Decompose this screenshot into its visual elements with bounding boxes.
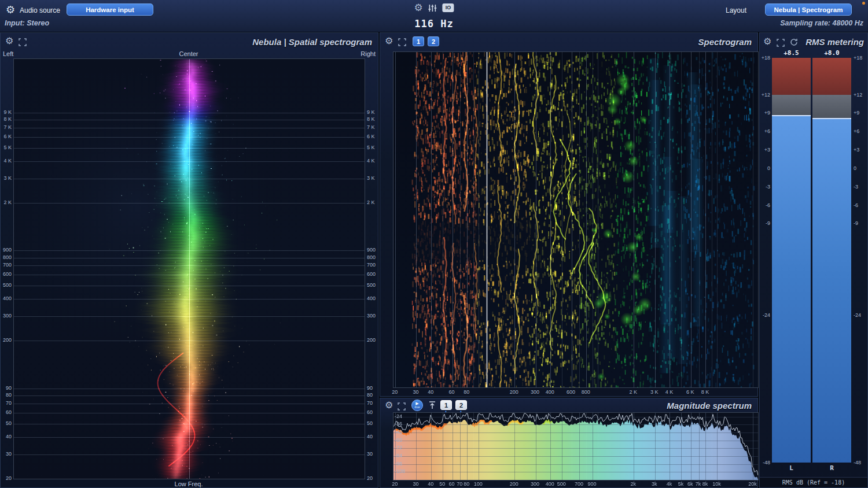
layer-2-button[interactable]: 2 xyxy=(428,36,439,46)
tick-label: 40 xyxy=(428,390,433,395)
tick-label: 200 xyxy=(510,482,518,487)
tick-label: 7k xyxy=(696,482,701,487)
tick-label: 5 K xyxy=(3,145,12,150)
center-toolbar: ⚙ IO xyxy=(414,3,454,13)
magnitude-settings-gear-icon[interactable]: ⚙ xyxy=(385,401,393,410)
tick-label: 600 xyxy=(567,390,575,395)
tick-label: -6 xyxy=(854,203,858,208)
fullscreen-icon[interactable] xyxy=(19,38,27,46)
tick-label: 20 xyxy=(392,482,398,487)
pan-label-center: Center xyxy=(179,50,198,57)
tick-label: 4k xyxy=(667,482,672,487)
rms-scale-left: +18+12+9+6+30-3-6-9-24-48 xyxy=(760,58,771,463)
tick-label: 7 K xyxy=(3,125,12,130)
reset-refresh-icon[interactable] xyxy=(790,38,798,46)
top-bar: ⚙ Audio source Hardware input Input: Ste… xyxy=(0,0,868,32)
tick-label: 20 xyxy=(392,390,398,395)
rms-metering-panel: ⚙ RMS metering +8.5 +8.0 +18+12+9+6+30-3… xyxy=(759,32,868,488)
spectrogram-canvas[interactable] xyxy=(393,52,758,387)
spatial-spectrogram-canvas[interactable] xyxy=(14,59,365,479)
tick-label: 400 xyxy=(367,296,376,301)
tick-label: 30 xyxy=(367,452,373,457)
spectrogram-freq-scale: 20304060802003004006008002 K3 K4 K6 K8 K xyxy=(393,389,757,396)
tick-label: +3 xyxy=(764,147,770,153)
tick-label: 400 xyxy=(546,390,554,395)
tick-label: 60 xyxy=(449,482,455,487)
tick-label: 6k xyxy=(687,482,693,487)
tick-label: -48 xyxy=(854,460,861,465)
tick-label: 0 xyxy=(767,166,770,171)
meter-red-zone xyxy=(812,58,851,95)
tick-label: -84 xyxy=(395,453,402,459)
tick-label: -3 xyxy=(766,184,770,190)
pan-label-left: Left xyxy=(3,50,13,57)
tick-label: -96 xyxy=(395,461,402,467)
tick-label: 600 xyxy=(367,272,376,277)
spectrogram-settings-gear-icon[interactable]: ⚙ xyxy=(385,36,393,46)
tick-label: 2 K xyxy=(367,200,375,205)
tick-label: 300 xyxy=(531,482,539,487)
analyzer-settings-gear-icon[interactable]: ⚙ xyxy=(414,3,422,13)
hardware-input-button[interactable]: Hardware input xyxy=(67,3,153,16)
sliders-icon[interactable] xyxy=(428,3,437,13)
tick-label: 10k xyxy=(712,482,721,487)
tick-label: +18 xyxy=(762,56,770,61)
tick-label: +6 xyxy=(764,129,770,134)
meter-level-fill xyxy=(812,119,851,463)
tick-label: -9 xyxy=(854,221,858,226)
tick-label: +9 xyxy=(854,110,859,116)
view-preset-button[interactable]: Nebula | Spectrogram xyxy=(765,3,852,16)
tick-label: 80 xyxy=(367,393,373,398)
tick-label: 30 xyxy=(413,390,418,395)
spectrogram-panel-title: Spectrogram xyxy=(698,37,752,47)
tick-label: 6 K xyxy=(367,134,375,139)
audio-source-label: Audio source xyxy=(20,6,60,14)
tick-label: 900 xyxy=(587,482,596,487)
tick-label: 3 K xyxy=(3,176,12,181)
magnitude-spectrum-canvas[interactable] xyxy=(393,413,758,480)
audio-settings-gear-icon[interactable]: ⚙ xyxy=(6,5,15,15)
live-button[interactable]: ▶ live xyxy=(411,400,423,411)
tick-label: 5k xyxy=(678,482,684,487)
rms-settings-gear-icon[interactable]: ⚙ xyxy=(763,37,771,46)
meter-headroom-zone xyxy=(772,95,811,115)
tick-label: 60 xyxy=(367,410,373,415)
magnitude-freq-scale: 203040506070801002003004005007009002k3k4… xyxy=(393,481,757,488)
tick-label: 600 xyxy=(3,272,12,277)
frequency-readout: 116 Hz xyxy=(414,18,453,29)
tick-label: 40 xyxy=(6,434,12,439)
tick-label: 300 xyxy=(531,390,539,395)
tick-label: -48 xyxy=(763,460,770,465)
spatial-freq-scale-left: 9 K8 K7 K6 K5 K4 K3 K2 K9008007006005004… xyxy=(1,58,12,478)
tick-label: 9 K xyxy=(367,110,375,115)
tick-label: -24 xyxy=(854,313,861,318)
fullscreen-icon[interactable] xyxy=(398,38,406,46)
rms-scale-right: +18+12+9+6+30-3-6-9-24-48 xyxy=(852,58,868,463)
fullscreen-icon[interactable] xyxy=(777,39,785,47)
tick-label: 800 xyxy=(3,255,12,260)
tick-label: 100 xyxy=(474,482,483,487)
spatial-settings-gear-icon[interactable]: ⚙ xyxy=(5,36,13,46)
sampling-rate-status: Sampling rate: 48000 Hz xyxy=(780,19,863,27)
tick-label: 20k xyxy=(748,482,757,487)
channel-label-left: L xyxy=(772,464,811,472)
tick-label: +18 xyxy=(854,56,862,61)
layout-button[interactable]: Layout xyxy=(726,6,746,14)
tick-label: -3 xyxy=(854,184,858,190)
fullscreen-icon[interactable] xyxy=(398,402,406,411)
tick-label: 8k xyxy=(703,482,708,487)
tick-label: 80 xyxy=(6,393,12,398)
tick-label: 70 xyxy=(367,401,373,406)
io-routing-button[interactable]: IO xyxy=(443,3,454,12)
tick-label: 20 xyxy=(367,476,373,481)
tick-label: 9 K xyxy=(3,110,12,115)
freeze-top-arrow-icon[interactable] xyxy=(429,401,436,409)
spectrogram-panel: ⚙ 1 2 Spectrogram 2030406080200300400600… xyxy=(380,32,758,397)
tick-label: 400 xyxy=(3,296,12,301)
tick-label: 6 K xyxy=(686,390,694,395)
tick-label: 50 xyxy=(439,482,445,487)
tick-label: 200 xyxy=(510,390,518,395)
layer-1-button[interactable]: 1 xyxy=(413,36,424,46)
channel-label-right: R xyxy=(812,464,851,472)
tick-label: 8 K xyxy=(701,390,709,395)
